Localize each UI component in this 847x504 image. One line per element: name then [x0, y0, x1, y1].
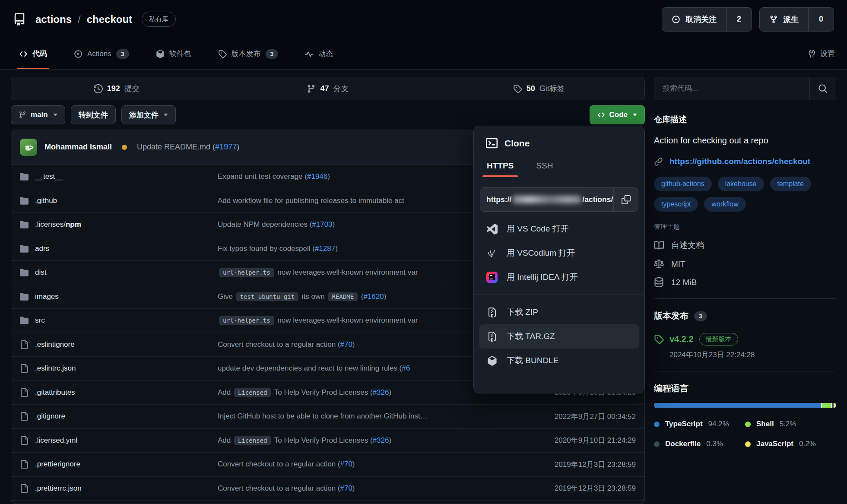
- commit-message-text: Convert checkout to a regular action (: [218, 460, 340, 468]
- repo-link[interactable]: checkout: [87, 13, 132, 25]
- license-item[interactable]: MIT: [654, 259, 836, 269]
- owner-link[interactable]: actions: [35, 13, 72, 25]
- tab-actions[interactable]: Actions 3: [72, 38, 131, 69]
- issue-link[interactable]: #1287: [315, 244, 335, 253]
- table-row[interactable]: .gitignoreInject GitHub host to be able …: [11, 404, 644, 428]
- branch-selector[interactable]: main: [11, 105, 65, 124]
- file-name-link[interactable]: .github: [35, 197, 57, 205]
- tab-code[interactable]: 代码: [17, 38, 49, 69]
- code-span: url-helper.ts: [219, 268, 274, 277]
- clone-url-field[interactable]: https:// /actions/che: [480, 187, 638, 212]
- topic-pill[interactable]: workflow: [704, 197, 745, 212]
- file-name-link[interactable]: .licenses/npm: [35, 220, 81, 229]
- unwatch-button[interactable]: 取消关注 2: [662, 7, 752, 32]
- language-name: Dockerfile: [665, 440, 701, 448]
- chevron-down-icon: [633, 114, 637, 116]
- table-row[interactable]: .licensed.ymlAdd Licensed To Help Verify…: [11, 428, 644, 453]
- download-zip-item[interactable]: 下载 ZIP: [474, 300, 644, 324]
- latest-commit-message[interactable]: Update README.md (#1977): [137, 143, 239, 152]
- open-intellij-item[interactable]: 用 Intellij IDEA 打开: [474, 265, 644, 289]
- issue-link[interactable]: #326: [373, 436, 389, 444]
- play-circle-icon: [74, 50, 82, 58]
- tab-settings[interactable]: 设置: [808, 38, 835, 69]
- divider: [654, 371, 836, 371]
- latest-release-row: v4.2.2 最新版本: [654, 333, 836, 346]
- readme-item[interactable]: 自述文档: [654, 240, 836, 251]
- open-vscodium-item[interactable]: 用 VSCodium 打开: [474, 241, 644, 265]
- watchers-count[interactable]: 2: [726, 8, 752, 31]
- vscodium-icon: [486, 248, 498, 258]
- table-row[interactable]: .prettierignoreConvert checkout to a reg…: [11, 452, 644, 476]
- chevron-down-icon: [53, 114, 57, 116]
- forks-count[interactable]: 0: [808, 8, 834, 31]
- website-link[interactable]: https://github.com/actions/checkout: [669, 157, 810, 166]
- file-commit-message: Convert checkout to a regular action (#7…: [218, 340, 498, 349]
- stat-tags[interactable]: 50 Git标签: [433, 77, 644, 100]
- issue-link[interactable]: #1977: [215, 143, 237, 151]
- open-vscode-item[interactable]: 用 VS Code 打开: [474, 217, 644, 241]
- branch-icon: [19, 111, 26, 119]
- topic-pill[interactable]: github-actions: [654, 177, 712, 191]
- topic-pill[interactable]: lakehouse: [718, 177, 764, 191]
- code-button[interactable]: Code: [590, 105, 645, 124]
- manage-topics-link[interactable]: 管理主题: [654, 223, 836, 231]
- file-name-link[interactable]: .eslintrc.json: [35, 364, 76, 373]
- file-name-link[interactable]: .gitattributes: [35, 388, 75, 397]
- file-commit-message: url-helper.ts now leverages well-known e…: [218, 268, 498, 277]
- avatar[interactable]: [20, 139, 37, 156]
- issue-link[interactable]: #1946: [307, 172, 327, 181]
- tab-releases[interactable]: 版本发布 3: [216, 38, 280, 69]
- search-button[interactable]: [809, 77, 836, 100]
- tab-https[interactable]: HTTPS: [486, 161, 514, 177]
- issue-link[interactable]: #1703: [312, 220, 332, 228]
- add-file-button[interactable]: 添加文件: [121, 105, 176, 124]
- file-name-link[interactable]: .licensed.yml: [35, 436, 77, 445]
- file-name-link[interactable]: adrs: [35, 244, 49, 253]
- table-row[interactable]: .prettierrc.jsonConvert checkout to a re…: [11, 476, 644, 501]
- copy-url-button[interactable]: [613, 188, 638, 211]
- download-targz-item[interactable]: 下载 TAR.GZ: [479, 324, 639, 349]
- commit-message-text: ): [237, 143, 239, 151]
- file-name-link[interactable]: .prettierrc.json: [35, 484, 82, 493]
- tab-ssh[interactable]: SSH: [535, 161, 554, 177]
- file-name-link[interactable]: .gitignore: [35, 412, 65, 421]
- issue-link[interactable]: #70: [340, 484, 352, 492]
- issue-link[interactable]: #6: [402, 364, 410, 372]
- releases-heading[interactable]: 版本发布: [654, 310, 688, 322]
- commit-message-text: To Help Verify Prod Licenses (: [272, 388, 372, 396]
- search-input[interactable]: [654, 77, 809, 100]
- languages-heading: 编程语言: [654, 383, 836, 394]
- topic-pill[interactable]: template: [770, 177, 811, 191]
- issue-link[interactable]: #1620: [363, 292, 384, 301]
- release-version-link[interactable]: v4.2.2: [669, 334, 694, 344]
- file-name-link[interactable]: .prettierignore: [35, 460, 80, 469]
- file-commit-message: Convert checkout to a regular action (#7…: [218, 484, 498, 493]
- eye-icon: [672, 15, 680, 24]
- tab-packages[interactable]: 软件包: [154, 38, 193, 69]
- book-icon: [654, 241, 664, 250]
- intellij-idea-icon: [486, 272, 498, 283]
- tab-activity[interactable]: 动态: [303, 38, 335, 69]
- file-commit-message: Give test-ubuntu-git its own README (#16…: [218, 292, 498, 301]
- commit-author[interactable]: Mohammad Ismail: [44, 143, 112, 152]
- file-commit-message: Fix typos found by codespell (#1287): [218, 244, 498, 253]
- fork-button[interactable]: 派生 0: [759, 7, 834, 32]
- issue-link[interactable]: #70: [340, 340, 352, 349]
- stat-branches[interactable]: 47 分支: [222, 77, 434, 100]
- file-name-link[interactable]: src: [35, 316, 45, 325]
- file-name-link[interactable]: .eslintignore: [35, 340, 75, 349]
- download-bundle-item[interactable]: 下载 BUNDLE: [474, 349, 644, 373]
- issue-link[interactable]: #70: [340, 460, 352, 468]
- file-name-link[interactable]: dist: [35, 268, 46, 277]
- file-commit-message: Expand unit test coverage (#1946): [218, 172, 498, 181]
- folder-icon: [20, 292, 29, 301]
- file-commit-message: Add Licensed To Help Verify Prod License…: [218, 388, 498, 397]
- issue-link[interactable]: #326: [373, 388, 389, 396]
- file-name-link[interactable]: images: [35, 292, 59, 301]
- goto-file-button[interactable]: 转到文件: [71, 105, 116, 124]
- language-legend-item: Dockerfile0.3%: [654, 440, 745, 448]
- topic-pill[interactable]: typescript: [654, 197, 698, 212]
- stat-commits[interactable]: 192 提交: [11, 77, 222, 100]
- file-name-link[interactable]: __test__: [35, 172, 63, 181]
- size-item[interactable]: 12 MiB: [654, 277, 836, 287]
